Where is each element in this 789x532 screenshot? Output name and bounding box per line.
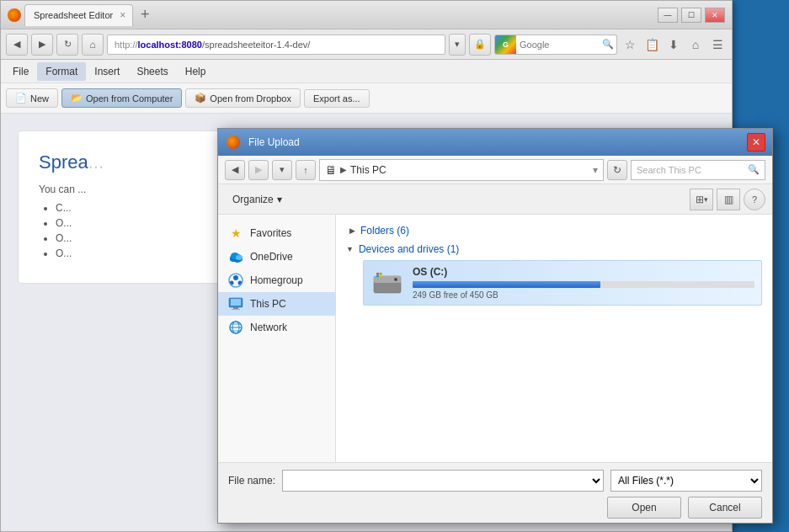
open-computer-btn[interactable]: 📂 Open from Computer [61, 88, 182, 108]
filename-input[interactable] [282, 470, 604, 492]
close-btn[interactable]: ✕ [705, 8, 725, 23]
sidebar-item-favorites[interactable]: ★ Favorites [218, 221, 335, 245]
sidebar-label-thispc: This PC [250, 298, 286, 310]
drive-icon-c [371, 268, 404, 298]
help-btn[interactable]: ? [744, 189, 765, 210]
url-protocol: http:// [115, 40, 138, 50]
bookmark-list-icon[interactable]: 📋 [642, 35, 661, 54]
ssl-btn[interactable]: 🔒 [469, 34, 491, 56]
filename-row: File name: All Files (*.*) [228, 470, 762, 492]
sidebar-label-network: Network [250, 322, 287, 333]
path-computer-icon: 🖥 [325, 163, 337, 177]
dialog-search[interactable]: Search This PC 🔍 [631, 160, 765, 180]
view-buttons: ⊞ ▾ ▥ ? [690, 189, 765, 210]
sidebar-item-onedrive[interactable]: OneDrive [218, 245, 335, 269]
dialog-toolbar: Organize ▾ ⊞ ▾ ▥ ? [218, 184, 772, 215]
help-icon: ? [752, 194, 757, 205]
search-wrapper: G 🔍 [494, 35, 617, 55]
dialog-back-btn[interactable]: ◀ [225, 160, 245, 180]
sidebar-label-homegroup: Homegroup [250, 274, 303, 286]
dialog-title-icon [225, 134, 242, 151]
dropdown-arrow[interactable]: ▾ [449, 34, 466, 56]
devices-label: Devices and drives (1) [359, 243, 459, 255]
dialog-search-placeholder: Search This PC [637, 165, 701, 175]
homegroup-icon [228, 273, 243, 288]
drive-progress-bar [413, 281, 754, 288]
dialog-title-bar: File Upload ✕ [218, 129, 772, 156]
organize-arrow: ▾ [277, 194, 282, 205]
home-btn[interactable]: ⌂ [82, 34, 104, 56]
dialog-buttons: Open Cancel [607, 497, 762, 519]
dialog-nav-bar: ◀ ▶ ▾ ↑ 🖥 ▶ This PC ▾ ↻ Search This PC 🔍 [218, 156, 772, 184]
svg-point-21 [395, 279, 397, 280]
sidebar-label-onedrive: OneDrive [250, 251, 293, 263]
refresh-btn[interactable]: ↻ [56, 34, 78, 56]
svg-rect-26 [380, 275, 382, 278]
address-input[interactable]: http://localhost:8080/spreadsheeteitor-1… [107, 35, 445, 55]
maximize-btn[interactable]: ☐ [681, 8, 701, 23]
menu-sheets[interactable]: Sheets [128, 62, 176, 81]
sidebar-item-homegroup[interactable]: Homegroup [218, 269, 335, 292]
dialog-forward-btn[interactable]: ▶ [248, 160, 269, 180]
view-panel-btn[interactable]: ▥ [717, 189, 740, 210]
app-menu-bar: File Format Insert Sheets Help [1, 60, 732, 83]
dialog-cancel-btn[interactable]: Cancel [688, 497, 762, 519]
drive-progress-fill [413, 281, 600, 288]
sidebar-item-thispc[interactable]: This PC [218, 292, 335, 316]
folders-section: ▶ Folders (6) [346, 225, 762, 237]
app-toolbar: 📄 New 📂 Open from Computer 📦 Open from D… [1, 83, 732, 114]
sidebar-item-network[interactable]: Network [218, 316, 335, 339]
minimize-btn[interactable]: — [658, 8, 678, 23]
folders-header[interactable]: ▶ Folders (6) [346, 225, 762, 237]
filetype-dropdown[interactable]: All Files (*.*) [610, 470, 762, 492]
tab-close-btn[interactable]: × [120, 9, 125, 21]
forward-btn[interactable]: ▶ [31, 34, 53, 56]
home-icon[interactable]: ⌂ [686, 35, 705, 54]
svg-rect-23 [376, 273, 379, 275]
view-dropdown-arrow: ▾ [704, 195, 708, 204]
new-file-icon: 📄 [15, 93, 27, 104]
new-file-btn[interactable]: 📄 New [6, 88, 58, 108]
open-dropbox-icon: 📦 [195, 93, 206, 104]
thispc-icon [228, 296, 243, 311]
dialog-search-icon: 🔍 [748, 164, 760, 175]
view-grid-btn[interactable]: ⊞ ▾ [690, 189, 713, 210]
drive-item-c[interactable]: OS (C:) 249 GB free of 450 GB [363, 260, 762, 306]
dialog-body: ★ Favorites OneDrive [218, 215, 772, 462]
browser-tab[interactable]: Spreadsheet Editor × [24, 4, 133, 26]
dialog-close-btn[interactable]: ✕ [747, 133, 765, 152]
menu-format[interactable]: Format [37, 62, 86, 81]
back-btn[interactable]: ◀ [6, 34, 28, 56]
download-icon[interactable]: ⬇ [664, 35, 683, 54]
dialog-dropdown-btn[interactable]: ▾ [272, 160, 292, 180]
dialog-up-btn[interactable]: ↑ [296, 160, 316, 180]
devices-header[interactable]: ▼ Devices and drives (1) [346, 243, 762, 255]
dialog-path-bar: 🖥 ▶ This PC ▾ [319, 159, 604, 181]
svg-rect-10 [231, 299, 241, 306]
svg-rect-24 [380, 273, 382, 275]
folders-label: Folders (6) [360, 225, 409, 237]
dialog-open-btn[interactable]: Open [607, 497, 681, 519]
export-btn[interactable]: Export as... [304, 89, 370, 108]
drive-name: OS (C:) [413, 266, 754, 278]
dialog-main-content: ▶ Folders (6) ▼ Devices and drives (1) [336, 215, 772, 462]
bookmark-star-icon[interactable]: ☆ [621, 35, 639, 54]
title-bar: Spreadsheet Editor × + — ☐ ✕ [1, 1, 732, 29]
view-grid-icon: ⊞ [696, 194, 704, 205]
open-computer-icon: 📂 [71, 93, 83, 104]
organize-btn[interactable]: Organize ▾ [225, 190, 290, 209]
menu-file[interactable]: File [4, 62, 37, 81]
dialog-refresh-btn[interactable]: ↻ [607, 160, 627, 180]
path-caret: ▾ [593, 164, 598, 176]
view-panel-icon: ▥ [724, 194, 733, 205]
menu-help[interactable]: Help [177, 62, 215, 81]
network-icon [228, 320, 243, 335]
svg-point-4 [236, 255, 243, 260]
menu-insert[interactable]: Insert [86, 62, 128, 81]
menu-icon[interactable]: ☰ [708, 35, 727, 54]
url-host: localhost:8080 [138, 40, 202, 50]
svg-rect-12 [232, 309, 240, 310]
open-dropbox-btn[interactable]: 📦 Open from Dropbox [185, 88, 301, 108]
new-tab-btn[interactable]: + [135, 5, 155, 25]
file-upload-dialog: File Upload ✕ ◀ ▶ ▾ ↑ 🖥 ▶ This PC ▾ ↻ Se… [217, 128, 773, 524]
